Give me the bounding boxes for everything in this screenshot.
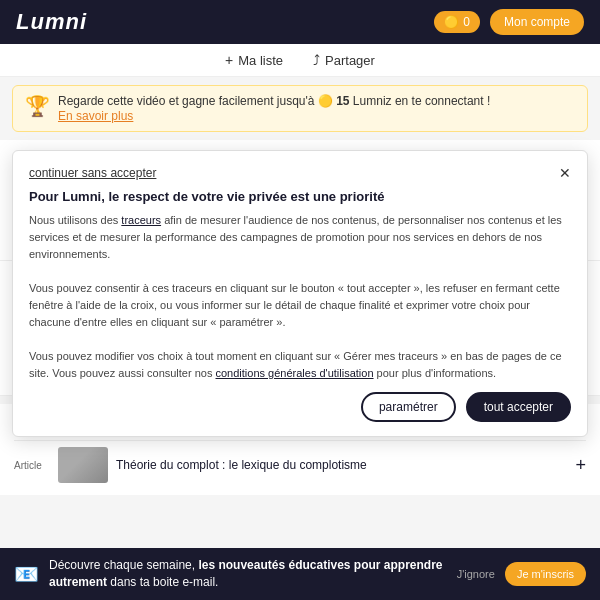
banner-coins: 15 (336, 94, 349, 108)
coin-count: 0 (463, 15, 470, 29)
traceurs-link[interactable]: traceurs (121, 214, 161, 226)
share-icon: ⤴ (313, 52, 320, 68)
coin-icon: 🟡 (444, 15, 459, 29)
plus-icon: + (225, 52, 233, 68)
newsletter-text: Découvre chaque semaine, les nouveautés … (49, 557, 447, 591)
ma-liste-button[interactable]: + Ma liste (225, 52, 283, 68)
newsletter-subscribe-button[interactable]: Je m'inscris (505, 562, 586, 586)
account-button[interactable]: Mon compte (490, 9, 584, 35)
newsletter-bar: 📧 Découvre chaque semaine, les nouveauté… (0, 548, 600, 600)
partager-label: Partager (325, 53, 375, 68)
item-title: Théorie du complot : le lexique du compl… (116, 458, 567, 472)
cookie-continue-link[interactable]: continuer sans accepter (29, 166, 156, 180)
coin-icon-small: 🟡 (318, 94, 336, 108)
cookie-actions: paramétrer tout accepter (29, 392, 571, 422)
cookie-accept-button[interactable]: tout accepter (466, 392, 571, 422)
sub-header: + Ma liste ⤴ Partager (0, 44, 600, 77)
logo: Lumni (16, 9, 87, 35)
cookie-body: Nous utilisons des traceurs afin de mesu… (29, 212, 571, 382)
reward-icon: 🏆 (25, 94, 50, 118)
banner-content: Regarde cette vidéo et gagne facilement … (58, 94, 490, 123)
cookie-settings-button[interactable]: paramétrer (361, 392, 456, 422)
list-item: Article Théorie du complot : le lexique … (14, 440, 586, 489)
banner-text: Regarde cette vidéo et gagne facilement … (58, 94, 490, 108)
en-savoir-plus-link[interactable]: En savoir plus (58, 109, 133, 123)
header: Lumni 🟡 0 Mon compte (0, 0, 600, 44)
cookie-banner: continuer sans accepter ✕ Pour Lumni, le… (12, 150, 588, 437)
cookie-title: Pour Lumni, le respect de votre vie priv… (29, 189, 571, 204)
newsletter-ignore-button[interactable]: J'ignore (457, 568, 495, 580)
item-thumbnail (58, 447, 108, 483)
thumb-image (58, 447, 108, 483)
cookie-header: continuer sans accepter ✕ (29, 165, 571, 181)
cookie-close-button[interactable]: ✕ (559, 165, 571, 181)
coin-badge: 🟡 0 (434, 11, 480, 33)
cgu-link[interactable]: conditions générales d'utilisation (216, 367, 374, 379)
header-right: 🟡 0 Mon compte (434, 9, 584, 35)
ma-liste-label: Ma liste (238, 53, 283, 68)
reward-banner: 🏆 Regarde cette vidéo et gagne facilemen… (12, 85, 588, 132)
partager-button[interactable]: ⤴ Partager (313, 52, 375, 68)
newsletter-icon: 📧 (14, 562, 39, 586)
add-to-list-button[interactable]: + (575, 455, 586, 476)
item-type: Article (14, 460, 50, 471)
